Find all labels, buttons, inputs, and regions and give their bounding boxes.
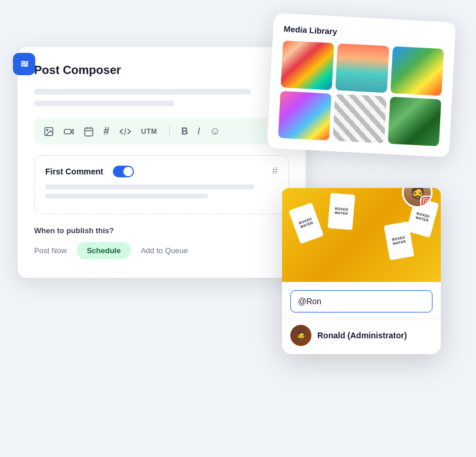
text-placeholder-line: [34, 100, 175, 106]
mention-input[interactable]: [290, 290, 433, 312]
video-icon[interactable]: [63, 126, 74, 137]
media-thumb-art[interactable]: [278, 91, 331, 140]
emoji-icon[interactable]: ☺: [210, 125, 220, 137]
media-thumb-green[interactable]: [388, 97, 441, 146]
schedule-button[interactable]: Schedule: [76, 242, 132, 259]
first-comment-header: First Comment #: [45, 165, 278, 177]
logo-icon: ≋: [20, 58, 29, 70]
italic-icon[interactable]: I: [197, 126, 200, 137]
utm-icon[interactable]: UTM: [141, 127, 157, 136]
image-icon[interactable]: [43, 126, 54, 137]
publish-question: When to publish this?: [34, 226, 289, 235]
instagram-post-card: BOXEDWATER BOXEDWATER BOXEDWATER BOXEDWA…: [282, 188, 441, 354]
hashtag-comment-icon[interactable]: #: [272, 165, 278, 177]
app-logo[interactable]: ≋: [13, 53, 35, 75]
comment-line: [45, 184, 254, 189]
first-comment-toggle[interactable]: [113, 166, 134, 177]
water-can-1: BOXEDWATER: [289, 203, 324, 244]
water-can-2: BOXEDWATER: [327, 193, 355, 230]
instagram-badge: [420, 196, 433, 208]
calendar-icon[interactable]: [83, 126, 94, 137]
post-image: BOXEDWATER BOXEDWATER BOXEDWATER BOXEDWA…: [282, 188, 441, 282]
svg-rect-4: [85, 128, 93, 136]
svg-point-1: [46, 129, 48, 130]
composer-content-area: [34, 89, 289, 106]
hashtag-icon[interactable]: #: [103, 125, 109, 137]
media-thumb-ocean[interactable]: [336, 43, 389, 93]
media-thumb-parrot[interactable]: [390, 46, 444, 96]
mention-suggestion[interactable]: 🧔 Ronald (Administrator): [282, 318, 441, 354]
toolbar-separator: [169, 126, 170, 137]
comment-line: [45, 194, 208, 199]
bold-icon[interactable]: B: [182, 126, 189, 137]
publish-row: When to publish this? Post Now Schedule …: [34, 226, 289, 259]
mention-input-wrapper: [282, 282, 441, 318]
media-thumb-flowers[interactable]: [281, 41, 334, 90]
add-to-queue-button[interactable]: Add to Queue: [140, 246, 187, 255]
media-thumb-stripes[interactable]: [333, 94, 386, 143]
text-placeholder-line: [34, 89, 251, 95]
media-library-card: Media Library: [267, 13, 456, 157]
suggestion-avatar: 🧔: [290, 325, 311, 346]
formatting-toolbar: # UTM B I ☺: [34, 118, 289, 145]
media-library-title: Media Library: [283, 24, 444, 42]
suggestion-name: Ronald (Administrator): [317, 331, 407, 340]
post-avatar-wrapper: 🧔: [402, 188, 433, 208]
publish-actions: Post Now Schedule Add to Queue: [34, 242, 289, 259]
comment-placeholder: [45, 184, 278, 199]
post-avatar: 🧔: [402, 188, 433, 208]
svg-rect-2: [65, 129, 71, 134]
composer-title: Post Composer: [34, 63, 289, 77]
code-icon[interactable]: [119, 127, 132, 136]
composer-card: Post Composer #: [18, 47, 306, 278]
media-grid: [278, 41, 444, 146]
first-comment-section: First Comment #: [34, 155, 289, 214]
post-now-button[interactable]: Post Now: [34, 246, 67, 255]
first-comment-label: First Comment: [45, 167, 103, 176]
